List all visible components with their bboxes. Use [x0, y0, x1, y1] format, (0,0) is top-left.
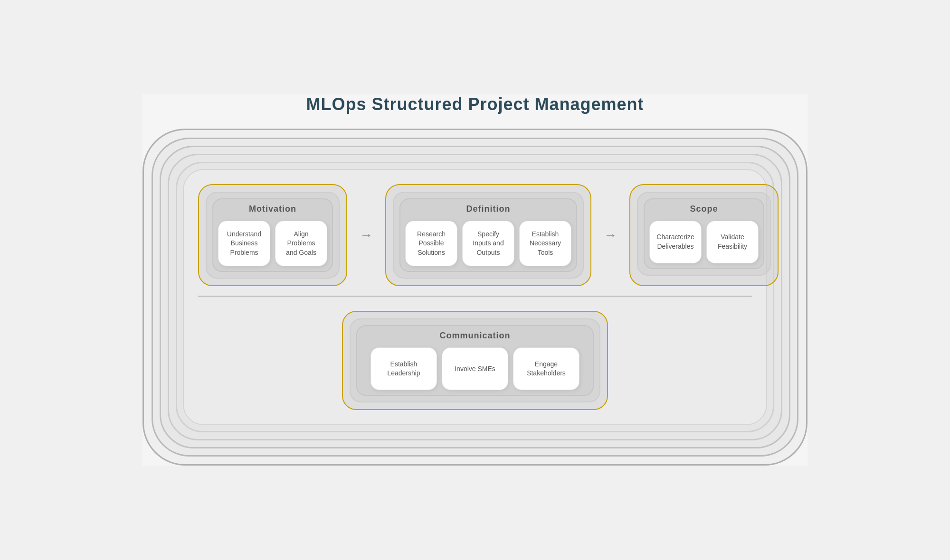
scope-cards: Characterize Deliverables Validate Feasi…: [649, 221, 759, 263]
card-validate-feasibility: Validate Feasibility: [706, 221, 759, 263]
card-establish-leadership: Establish Leadership: [370, 347, 437, 390]
motivation-cards: Understand Business Problems Align Probl…: [218, 221, 327, 267]
section-scope: Scope Characterize Deliverables Validate…: [629, 184, 779, 287]
definition-title: Definition: [405, 204, 571, 214]
card-establish-tools: Establish Necessary Tools: [519, 221, 571, 267]
outer-track-4: Motivation Understand Business Problems …: [168, 154, 782, 441]
card-engage-stakeholders: Engage Stakeholders: [513, 347, 580, 390]
card-understand-business: Understand Business Problems: [218, 221, 270, 267]
motivation-title: Motivation: [218, 204, 327, 214]
section-communication: Communication Establish Leadership Invol…: [342, 311, 608, 410]
page-title: MLOps Structured Project Management: [142, 94, 808, 114]
outer-track-1: Motivation Understand Business Problems …: [142, 129, 808, 466]
main-container: MLOps Structured Project Management: [142, 94, 808, 466]
communication-cards: Establish Leadership Involve SMEs Engage…: [362, 347, 588, 390]
card-involve-smes: Involve SMEs: [442, 347, 508, 390]
card-characterize-deliverables: Characterize Deliverables: [649, 221, 702, 263]
scope-title: Scope: [649, 204, 759, 214]
content-area: Motivation Understand Business Problems …: [183, 169, 767, 426]
section-motivation: Motivation Understand Business Problems …: [198, 184, 347, 287]
outer-track-2: Motivation Understand Business Problems …: [152, 138, 798, 457]
top-row: Motivation Understand Business Problems …: [198, 184, 752, 287]
card-research-solutions: Research Possible Solutions: [405, 221, 457, 267]
communication-title: Communication: [362, 331, 588, 341]
outer-track-5: Motivation Understand Business Problems …: [176, 162, 774, 433]
card-align-problems: Align Problems and Goals: [275, 221, 327, 267]
arrow-motivation-definition: →: [357, 184, 376, 287]
arrow-definition-scope: →: [601, 184, 620, 287]
card-specify-io: Specify Inputs and Outputs: [462, 221, 514, 267]
middle-divider: [198, 296, 752, 297]
section-definition: Definition Research Possible Solutions S…: [385, 184, 591, 287]
definition-cards: Research Possible Solutions Specify Inpu…: [405, 221, 571, 267]
bottom-row: Communication Establish Leadership Invol…: [198, 306, 752, 424]
outer-track-3: Motivation Understand Business Problems …: [160, 146, 790, 449]
